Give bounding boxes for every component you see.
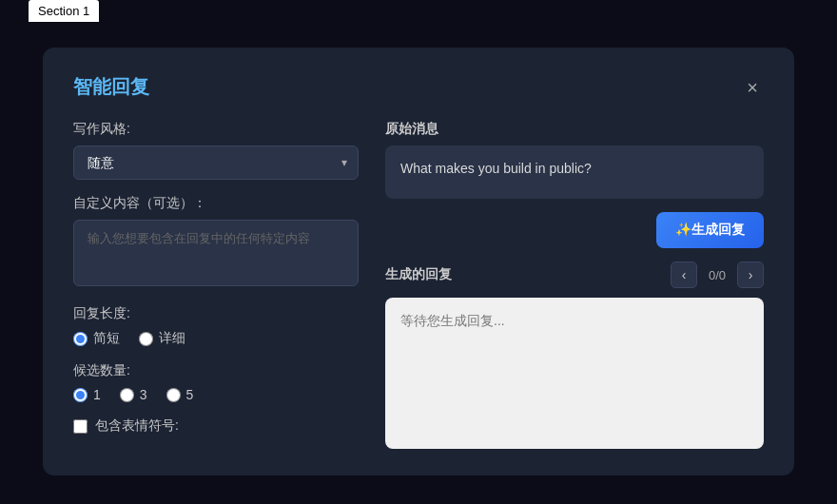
candidate-5-option[interactable]: 5: [166, 387, 194, 402]
generate-row: ✨生成回复: [385, 216, 764, 248]
candidate-5-label: 5: [186, 387, 194, 402]
candidate-3-label: 3: [140, 387, 147, 402]
original-message-area: 原始消息 What makes you build in public?: [385, 121, 764, 199]
original-message-label: 原始消息: [385, 121, 764, 138]
generated-label: 生成的回复: [385, 266, 452, 283]
candidate-1-radio[interactable]: [73, 388, 88, 402]
nav-controls: ‹ 0/0 ›: [671, 262, 764, 288]
generate-button[interactable]: ✨生成回复: [656, 212, 764, 248]
custom-content-input[interactable]: [73, 220, 359, 286]
emoji-checkbox-label[interactable]: 包含表情符号:: [73, 417, 359, 435]
right-top-row: 原始消息 What makes you build in public?: [385, 121, 764, 199]
nav-count: 0/0: [703, 268, 731, 282]
nav-next-button[interactable]: ›: [737, 262, 764, 288]
writing-style-section: 写作风格: 随意 正式 专业 幽默 ▾: [73, 121, 359, 180]
length-short-label: 简短: [93, 330, 120, 347]
original-message-box: What makes you build in public?: [385, 145, 764, 199]
candidate-1-option[interactable]: 1: [73, 387, 101, 402]
length-short-option[interactable]: 简短: [73, 330, 120, 347]
reply-length-group: 简短 详细: [73, 330, 359, 347]
dialog-header: 智能回复 ×: [73, 74, 764, 100]
left-panel: 写作风格: 随意 正式 专业 幽默 ▾ 自定义内容（可选）： 回复: [73, 121, 359, 449]
close-button[interactable]: ×: [741, 76, 764, 99]
dialog-body: 写作风格: 随意 正式 专业 幽默 ▾ 自定义内容（可选）： 回复: [73, 121, 764, 449]
candidate-1-label: 1: [93, 387, 101, 402]
emoji-section: 包含表情符号:: [73, 417, 359, 435]
nav-prev-button[interactable]: ‹: [671, 262, 697, 288]
custom-content-section: 自定义内容（可选）：: [73, 195, 359, 290]
length-detail-option[interactable]: 详细: [139, 330, 185, 347]
custom-content-label: 自定义内容（可选）：: [73, 195, 359, 212]
generated-section: 生成的回复 ‹ 0/0 ›: [385, 262, 764, 449]
length-short-radio[interactable]: [73, 332, 88, 346]
candidate-3-radio[interactable]: [120, 388, 134, 402]
style-select[interactable]: 随意 正式 专业 幽默: [73, 145, 359, 180]
candidates-group: 1 3 5: [73, 387, 359, 402]
right-panel: 原始消息 What makes you build in public? ✨生成…: [385, 121, 764, 449]
length-detail-label: 详细: [159, 330, 185, 347]
emoji-checkbox[interactable]: [73, 419, 88, 434]
candidates-section: 候选数量: 1 3 5: [73, 362, 359, 402]
style-select-wrapper: 随意 正式 专业 幽默 ▾: [73, 145, 359, 180]
candidate-3-option[interactable]: 3: [120, 387, 147, 402]
section-tab: Section 1: [29, 0, 99, 22]
smart-reply-dialog: 智能回复 × 写作风格: 随意 正式 专业 幽默 ▾: [43, 48, 794, 475]
emoji-label: 包含表情符号:: [95, 417, 179, 435]
candidate-5-radio[interactable]: [166, 388, 181, 402]
reply-length-label: 回复长度:: [73, 305, 359, 322]
generated-header: 生成的回复 ‹ 0/0 ›: [385, 262, 764, 288]
generated-textarea[interactable]: [385, 298, 764, 449]
candidates-label: 候选数量:: [73, 362, 359, 379]
writing-style-label: 写作风格:: [73, 121, 359, 138]
reply-length-section: 回复长度: 简短 详细: [73, 305, 359, 347]
length-detail-radio[interactable]: [139, 332, 153, 346]
dialog-title: 智能回复: [73, 74, 149, 100]
